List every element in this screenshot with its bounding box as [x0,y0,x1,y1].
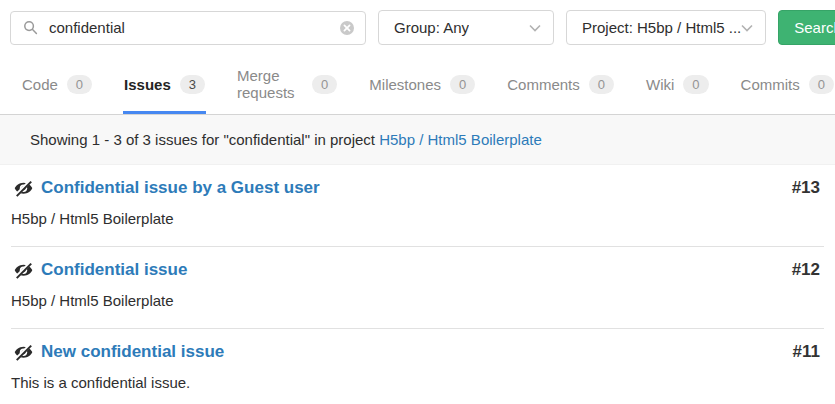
result-title-link[interactable]: Confidential issue [41,260,187,280]
search-input[interactable] [47,18,339,37]
search-button[interactable]: Search [778,10,835,45]
summary-project-link[interactable]: H5bp / Html5 Boilerplate [379,131,542,148]
tab-label: Code [22,76,58,93]
result-issue-id: #11 [793,342,824,362]
result-description: This is a confidential issue. [11,374,824,391]
search-results-list: Confidential issue by a Guest user #13 H… [11,165,824,404]
confidential-eye-slash-icon [14,344,33,361]
tab-code[interactable]: Code 0 [21,55,93,114]
confidential-eye-slash-icon [14,262,33,279]
tab-count-badge: 0 [67,75,92,94]
confidential-eye-slash-icon [14,180,33,197]
tab-commits[interactable]: Commits 0 [740,55,835,114]
tab-label: Issues [124,76,171,93]
tab-wiki[interactable]: Wiki 0 [645,55,710,114]
tab-label: Commits [741,76,800,93]
search-result-item: Confidential issue #12 H5bp / Html5 Boil… [11,246,824,328]
clear-search-icon[interactable] [339,20,355,36]
result-title-link[interactable]: New confidential issue [41,342,224,362]
search-input-container[interactable] [10,11,366,45]
tab-issues[interactable]: Issues 3 [123,55,206,114]
result-head: Confidential issue by a Guest user #13 [11,178,824,198]
search-tabs: Code 0 Issues 3 Merge requests 0 Milesto… [0,55,835,115]
group-filter-label: Group: Any [394,19,469,36]
tab-count-badge: 0 [683,75,708,94]
tab-count-badge: 0 [809,75,834,94]
tab-comments[interactable]: Comments 0 [506,55,615,114]
chevron-down-icon [529,24,541,32]
search-bar: Group: Any Project: H5bp / Html5 ... Sea… [0,0,835,55]
project-filter-dropdown[interactable]: Project: H5bp / Html5 ... [566,10,766,45]
tab-label: Milestones [369,76,441,93]
result-issue-id: #13 [792,178,824,198]
result-issue-id: #12 [792,260,824,280]
result-head: New confidential issue #11 [11,342,824,362]
tab-count-badge: 3 [180,75,205,94]
search-result-item: New confidential issue #11 This is a con… [11,328,824,404]
search-icon [23,20,38,35]
chevron-down-icon [741,24,753,32]
result-project-name: H5bp / Html5 Boilerplate [11,210,824,227]
tab-count-badge: 0 [589,75,614,94]
project-filter-label: Project: H5bp / Html5 ... [582,19,741,36]
result-title-link[interactable]: Confidential issue by a Guest user [41,178,320,198]
group-filter-dropdown[interactable]: Group: Any [378,10,554,45]
tab-count-badge: 0 [450,75,475,94]
results-summary-bar: Showing 1 - 3 of 3 issues for "confident… [0,115,835,165]
tab-label: Merge requests [237,67,303,101]
tab-merge-requests[interactable]: Merge requests 0 [236,55,338,114]
tab-milestones[interactable]: Milestones 0 [368,55,476,114]
search-result-item: Confidential issue by a Guest user #13 H… [11,165,824,246]
result-head: Confidential issue #12 [11,260,824,280]
result-project-name: H5bp / Html5 Boilerplate [11,292,824,309]
tab-label: Comments [507,76,580,93]
tab-label: Wiki [646,76,674,93]
tab-count-badge: 0 [312,75,337,94]
results-summary-text: Showing 1 - 3 of 3 issues for "confident… [30,131,375,148]
